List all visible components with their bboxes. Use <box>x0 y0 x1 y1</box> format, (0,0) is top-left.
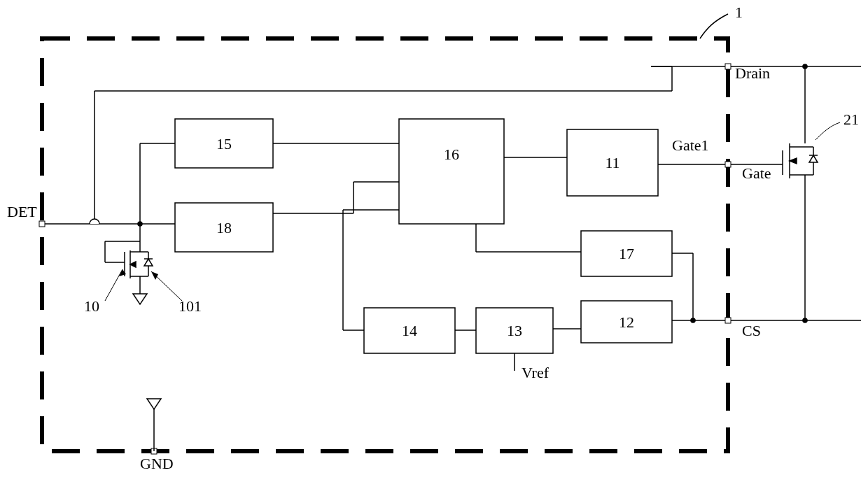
svg-marker-1 <box>147 399 161 409</box>
svg-marker-51 <box>151 271 158 280</box>
ic-ref-label: 1 <box>735 3 743 21</box>
vref-label: Vref <box>522 364 550 381</box>
ref-10: 10 <box>84 297 99 315</box>
block-13-label: 13 <box>507 322 522 339</box>
ref-101: 101 <box>178 297 202 315</box>
svg-marker-61 <box>790 158 797 164</box>
svg-marker-47 <box>144 259 153 266</box>
block-diagram: 1 DET GND Drain Gate Gate1 CS 15 18 16 1… <box>0 0 868 496</box>
svg-point-53 <box>803 64 807 69</box>
pin-gate <box>725 162 731 167</box>
pin-gate-label: Gate <box>742 164 771 182</box>
svg-marker-65 <box>809 155 818 162</box>
block-14-label: 14 <box>402 322 417 339</box>
block-15-label: 15 <box>216 135 232 153</box>
block-18-label: 18 <box>216 219 232 236</box>
external-mosfet <box>731 64 861 323</box>
block-16-label: 16 <box>444 146 459 163</box>
block-11-label: 11 <box>605 154 620 171</box>
gate1-label: Gate1 <box>672 136 709 154</box>
leader-ic-ref <box>700 14 728 38</box>
block-12-label: 12 <box>619 313 634 331</box>
internal-fet-ground <box>133 294 147 304</box>
pin-gnd-label: GND <box>140 455 174 472</box>
pin-cs <box>725 318 731 323</box>
svg-point-20 <box>691 318 695 323</box>
pin-det-label: DET <box>7 203 37 220</box>
svg-marker-43 <box>130 262 136 267</box>
svg-point-31 <box>138 222 142 226</box>
svg-marker-49 <box>133 294 147 304</box>
ref-21: 21 <box>844 111 859 128</box>
gnd-symbol-internal <box>147 399 161 409</box>
pin-drain <box>725 64 731 69</box>
block-16 <box>399 119 504 224</box>
pin-cs-label: CS <box>742 322 761 339</box>
block-17-label: 17 <box>619 245 634 262</box>
internal-mosfet <box>125 248 153 278</box>
pin-det <box>39 221 45 227</box>
